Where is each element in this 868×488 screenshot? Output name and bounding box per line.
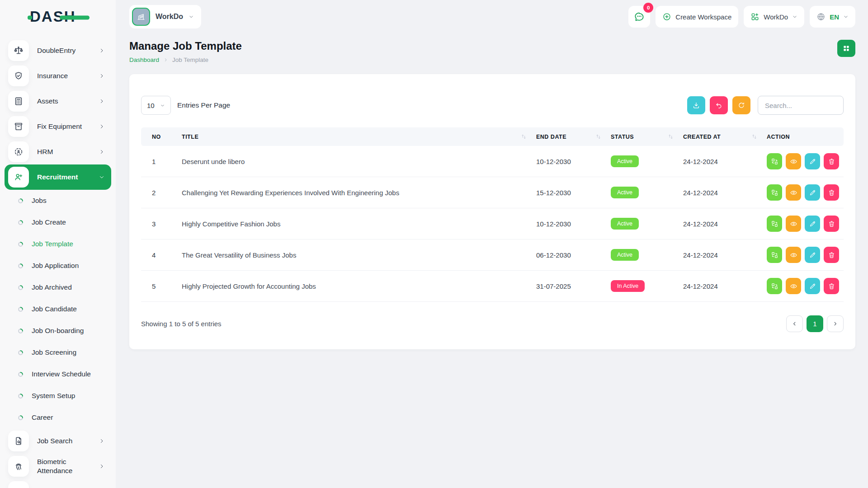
sidebar-item-doubleentry[interactable]: DoubleEntry: [5, 38, 111, 63]
trash-icon: [828, 251, 835, 259]
bullet-icon: [17, 284, 24, 291]
delete-button[interactable]: [824, 247, 839, 263]
entries-per-page-select[interactable]: 10: [141, 96, 171, 115]
search-input[interactable]: [758, 96, 844, 115]
sidebar-subitem-job-template[interactable]: Job Template: [5, 233, 111, 255]
chevron-right-icon: [99, 149, 105, 155]
convert-button[interactable]: [767, 216, 782, 232]
table-header-row: NOTITLEEND DATESTATUSCREATED ATACTION: [141, 127, 844, 146]
convert-button[interactable]: [767, 278, 782, 294]
export-button[interactable]: [687, 96, 705, 114]
pencil-icon: [809, 220, 816, 228]
language-selector[interactable]: EN: [810, 6, 855, 28]
cell-actions: [762, 208, 844, 239]
view-button[interactable]: [786, 278, 801, 294]
pagination-page-1[interactable]: 1: [807, 315, 823, 332]
bullet-icon: [17, 263, 24, 269]
grid-view-button[interactable]: [837, 40, 855, 57]
delete-button[interactable]: [824, 278, 839, 294]
column-header-end-date[interactable]: END DATE: [532, 127, 606, 146]
column-header-status[interactable]: STATUS: [606, 127, 679, 146]
column-header-title[interactable]: TITLE: [177, 127, 532, 146]
chevron-down-icon: [99, 174, 105, 180]
edit-button[interactable]: [805, 216, 820, 232]
sidebar-subitem-label: Jobs: [32, 197, 47, 205]
delete-button[interactable]: [824, 153, 839, 169]
sidebar-subitem-job-screening[interactable]: Job Screening: [5, 342, 111, 363]
cell-title: The Great Versatility of Business Jobs: [177, 239, 532, 271]
convert-icon: [771, 189, 778, 197]
bullet-icon: [17, 328, 24, 334]
sidebar-subitem-label: Job Candidate: [32, 305, 77, 313]
sidebar-item-hrm[interactable]: HRM: [5, 139, 111, 164]
sidebar-item-biometric-attendance[interactable]: Biometric Attendance: [5, 454, 111, 479]
sidebar-subitem-system-setup[interactable]: System Setup: [5, 385, 111, 407]
column-label: END DATE: [536, 134, 566, 140]
trash-icon: [828, 220, 835, 228]
messages-button[interactable]: 0: [628, 6, 650, 28]
brand-logo[interactable]: DASH: [0, 0, 116, 33]
view-button[interactable]: [786, 153, 801, 169]
cell-no: 1: [141, 146, 177, 177]
fingerprint-icon: [8, 456, 29, 477]
create-workspace-button[interactable]: Create Workspace: [656, 6, 738, 28]
sidebar-subitem-job-create[interactable]: Job Create: [5, 211, 111, 233]
chevron-right-icon: [163, 57, 168, 62]
delete-button[interactable]: [824, 184, 839, 201]
sidebar-item-label: Assets: [37, 97, 99, 106]
view-button[interactable]: [786, 247, 801, 263]
sidebar-subitem-jobs[interactable]: Jobs: [5, 190, 111, 211]
view-button[interactable]: [786, 184, 801, 201]
sidebar: DASH DoubleEntryInsuranceAssetsFix Equip…: [0, 0, 116, 488]
undo-button[interactable]: [710, 96, 728, 114]
pagination-prev-button[interactable]: [786, 315, 803, 332]
workdo-apps-label: WorkDo: [764, 13, 788, 21]
cell-created-at: 24-12-2024: [679, 146, 762, 177]
job-template-card: 10 Entries Per Page NOTITLEEND DATESTATU…: [129, 74, 855, 349]
pagination-next-button[interactable]: [827, 315, 844, 332]
delete-button[interactable]: [824, 216, 839, 232]
cell-no: 4: [141, 239, 177, 271]
entries-per-page-value: 10: [147, 102, 155, 109]
toolbar-action-buttons: [687, 96, 844, 115]
sidebar-item-insurance[interactable]: Insurance: [5, 63, 111, 89]
sidebar-item-fix-equipment[interactable]: Fix Equipment: [5, 114, 111, 139]
convert-button[interactable]: [767, 247, 782, 263]
sidebar-subitem-career[interactable]: Career: [5, 407, 111, 428]
edit-button[interactable]: [805, 153, 820, 169]
card-toolbar: 10 Entries Per Page: [141, 96, 844, 115]
eye-icon: [790, 189, 797, 197]
sidebar-item-item[interactable]: [5, 479, 111, 488]
cell-created-at: 24-12-2024: [679, 177, 762, 208]
sidebar-subitem-label: Interview Schedule: [32, 370, 91, 378]
chevron-left-icon: [792, 321, 797, 327]
status-badge: Active: [611, 155, 639, 167]
edit-button[interactable]: [805, 278, 820, 294]
breadcrumb-dashboard-link[interactable]: Dashboard: [129, 56, 159, 63]
edit-button[interactable]: [805, 247, 820, 263]
cell-status: Active: [606, 177, 679, 208]
workspace-selector[interactable]: WorkDo: [129, 5, 201, 28]
cell-no: 3: [141, 208, 177, 239]
column-header-created-at[interactable]: CREATED AT: [679, 127, 762, 146]
workdo-apps-button[interactable]: WorkDo: [744, 6, 804, 28]
chevron-down-icon: [189, 14, 194, 19]
sidebar-subitem-job-application[interactable]: Job Application: [5, 255, 111, 277]
refresh-button[interactable]: [732, 96, 750, 114]
view-button[interactable]: [786, 216, 801, 232]
showing-entries-text: Showing 1 to 5 of 5 entries: [141, 320, 222, 328]
convert-button[interactable]: [767, 153, 782, 169]
column-label: NO: [152, 134, 161, 140]
sidebar-subitem-interview-schedule[interactable]: Interview Schedule: [5, 363, 111, 385]
sidebar-subitem-job-archived[interactable]: Job Archived: [5, 277, 111, 298]
sidebar-item-recruitment[interactable]: Recruitment: [5, 164, 111, 190]
convert-button[interactable]: [767, 184, 782, 201]
sidebar-subitem-job-on-boarding[interactable]: Job On-boarding: [5, 320, 111, 342]
edit-button[interactable]: [805, 184, 820, 201]
sidebar-subitem-job-candidate[interactable]: Job Candidate: [5, 298, 111, 320]
pagination: 1: [786, 315, 844, 332]
sidebar-item-assets[interactable]: Assets: [5, 89, 111, 114]
sidebar-item-job-search[interactable]: Job Search: [5, 428, 111, 454]
bullet-icon: [17, 371, 24, 378]
table-row: 1Deserunt unde libero10-12-2030Active24-…: [141, 146, 844, 177]
